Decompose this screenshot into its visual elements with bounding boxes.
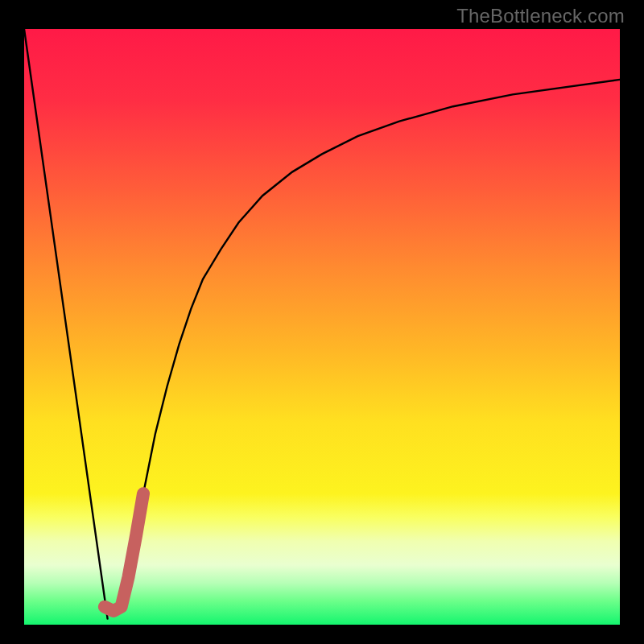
left-falling-line	[24, 29, 108, 619]
plot-area	[24, 29, 620, 625]
bottleneck-curves	[24, 29, 620, 625]
chart-container: TheBottleneck.com	[0, 0, 644, 644]
watermark: TheBottleneck.com	[456, 5, 625, 27]
highlight-stroke	[105, 493, 143, 611]
right-rising-curve	[119, 80, 620, 607]
